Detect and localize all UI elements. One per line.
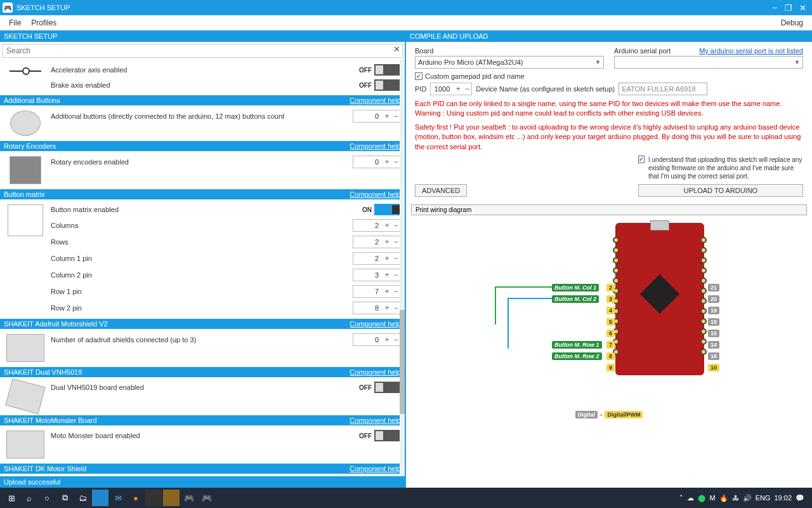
ack-checkbox[interactable]: ✔: [638, 156, 645, 163]
stepper-additional-buttons[interactable]: 0 +−: [353, 110, 401, 123]
serial-port-label: Arduino serial port: [614, 47, 671, 55]
tray-icon[interactable]: ⬤: [698, 494, 705, 502]
step-down-icon[interactable]: −: [462, 83, 471, 95]
component-help-link[interactable]: Component help: [350, 320, 401, 328]
pin-label: Button M. Col 1: [552, 284, 599, 291]
toggle-vnh[interactable]: [374, 382, 401, 393]
taskbar-app-icon[interactable]: [92, 490, 108, 506]
stepper-col1-pin[interactable]: 2+−: [353, 252, 401, 265]
tray-icon[interactable]: ☁: [687, 494, 694, 502]
toggle-motomonster[interactable]: [374, 430, 401, 441]
step-down-icon[interactable]: −: [391, 220, 400, 231]
tray-icon[interactable]: 🖧: [732, 494, 739, 502]
menu-file[interactable]: File: [4, 17, 26, 29]
step-down-icon[interactable]: −: [391, 253, 400, 264]
step-up-icon[interactable]: +: [383, 334, 391, 345]
stepper-row1-pin[interactable]: 7+−: [353, 285, 401, 298]
stepper-columns[interactable]: 2+−: [353, 219, 401, 232]
tray-icon[interactable]: M: [709, 494, 715, 502]
tray-notifications-icon[interactable]: 💬: [796, 494, 804, 502]
component-help-link[interactable]: Component help: [350, 368, 401, 376]
search-input[interactable]: [3, 44, 391, 57]
step-down-icon[interactable]: −: [391, 110, 400, 122]
left-panel-header: SKETCH SETUP: [0, 30, 405, 42]
component-help-link[interactable]: Component help: [350, 417, 401, 424]
tray-icon[interactable]: 🔥: [719, 494, 728, 502]
taskbar-app-icon[interactable]: [163, 490, 180, 506]
pin-number: 19: [708, 307, 719, 314]
device-name-input[interactable]: [619, 83, 707, 95]
taskbar-app-icon[interactable]: [145, 490, 162, 506]
search-clear-icon[interactable]: ✕: [391, 44, 402, 57]
section-header-additional-buttons: Additional Buttons Component help: [0, 95, 405, 105]
print-wiring-button[interactable]: Print wiring diagram: [411, 204, 807, 215]
component-help-link[interactable]: Component help: [350, 97, 401, 104]
stepper-adafruit[interactable]: 0+−: [353, 333, 401, 346]
pid-stepper[interactable]: 1000 +−: [430, 83, 472, 95]
explorer-icon[interactable]: 🗂: [74, 490, 91, 506]
serial-not-listed-link[interactable]: My arduino serial port is not listed: [699, 47, 803, 56]
usb-connector-icon: [650, 220, 669, 231]
chevron-down-icon: ▼: [595, 59, 601, 65]
step-up-icon[interactable]: +: [383, 269, 391, 281]
menu-bar: File Profiles Debug: [0, 15, 812, 30]
component-help-link[interactable]: Component help: [350, 190, 401, 198]
toggle-button-matrix[interactable]: [374, 204, 401, 215]
prop-label: Button matrix enabled: [51, 206, 355, 213]
search-icon[interactable]: ⌕: [21, 490, 37, 506]
step-up-icon[interactable]: +: [383, 236, 391, 248]
menu-debug[interactable]: Debug: [776, 17, 808, 29]
maximize-button[interactable]: ❐: [782, 1, 796, 14]
stepper-rotary[interactable]: 0 +−: [353, 156, 401, 168]
step-up-icon[interactable]: +: [454, 83, 462, 95]
taskbar-app-icon[interactable]: ●: [128, 490, 144, 506]
taskview-icon[interactable]: ⧉: [56, 490, 73, 506]
step-down-icon[interactable]: −: [391, 269, 400, 281]
cortana-icon[interactable]: ○: [39, 490, 55, 506]
settings-scroll[interactable]: Accelerator axis enabled OFF Brake axis …: [0, 60, 405, 476]
taskbar-app-icon[interactable]: ✉: [110, 490, 126, 506]
toggle-accel-axis[interactable]: [374, 64, 401, 76]
tray-volume-icon[interactable]: 🔊: [743, 494, 752, 502]
window-title: SKETCH SETUP: [16, 4, 768, 11]
upload-button[interactable]: UPLOAD TO ARDUINO: [638, 184, 803, 197]
step-up-icon[interactable]: +: [383, 156, 391, 168]
stepper-rows[interactable]: 2+−: [353, 236, 401, 248]
step-down-icon[interactable]: −: [391, 334, 400, 345]
tray-language[interactable]: ENG: [756, 494, 771, 502]
stepper-row2-pin[interactable]: 8+−: [353, 302, 401, 314]
component-help-link[interactable]: Component help: [350, 142, 401, 150]
board-select[interactable]: Arduino Pro Micro (ATMega32U4) ▼: [415, 56, 604, 69]
custom-pid-checkbox[interactable]: ✔: [415, 72, 422, 80]
diagram-legend: Digital - Digital/PWM: [406, 411, 812, 418]
step-up-icon[interactable]: +: [383, 220, 391, 231]
section-header-rotary: Rotary Encoders Component help: [0, 141, 405, 151]
start-button[interactable]: ⊞: [3, 490, 20, 506]
step-down-icon[interactable]: −: [391, 236, 400, 248]
tray-clock[interactable]: 19:02: [774, 494, 792, 502]
step-up-icon[interactable]: +: [383, 302, 391, 314]
tray-chevron-up-icon[interactable]: ˄: [679, 494, 683, 502]
pid-warning: Each PID can be only linked to a single …: [415, 99, 803, 119]
advanced-button[interactable]: ADVANCED: [415, 184, 467, 197]
close-button[interactable]: ✕: [796, 1, 809, 14]
step-up-icon[interactable]: +: [383, 286, 391, 297]
step-down-icon[interactable]: −: [391, 156, 400, 168]
minimize-button[interactable]: −: [768, 1, 782, 14]
step-down-icon[interactable]: −: [391, 302, 400, 314]
taskbar-app-icon[interactable]: 🎮: [181, 490, 197, 506]
step-up-icon[interactable]: +: [383, 110, 391, 122]
menu-profiles[interactable]: Profiles: [26, 17, 62, 29]
step-up-icon[interactable]: +: [383, 253, 391, 264]
scrollbar[interactable]: [400, 60, 405, 476]
taskbar-app-icon[interactable]: 🎮: [199, 490, 215, 506]
system-tray[interactable]: ˄ ☁ ⬤ M 🔥 🖧 🔊 ENG 19:02 💬: [679, 494, 809, 502]
prop-label: Row 1 pin: [51, 288, 353, 295]
stepper-col2-pin[interactable]: 3+−: [353, 269, 401, 281]
component-help-link[interactable]: Component help: [350, 465, 401, 472]
prop-label: Accelerator axis enabled: [51, 66, 355, 74]
toggle-brake-axis[interactable]: [374, 79, 401, 91]
serial-port-select[interactable]: ▼: [614, 56, 803, 69]
mcu-chip-icon: [640, 274, 679, 314]
step-down-icon[interactable]: −: [391, 286, 400, 297]
